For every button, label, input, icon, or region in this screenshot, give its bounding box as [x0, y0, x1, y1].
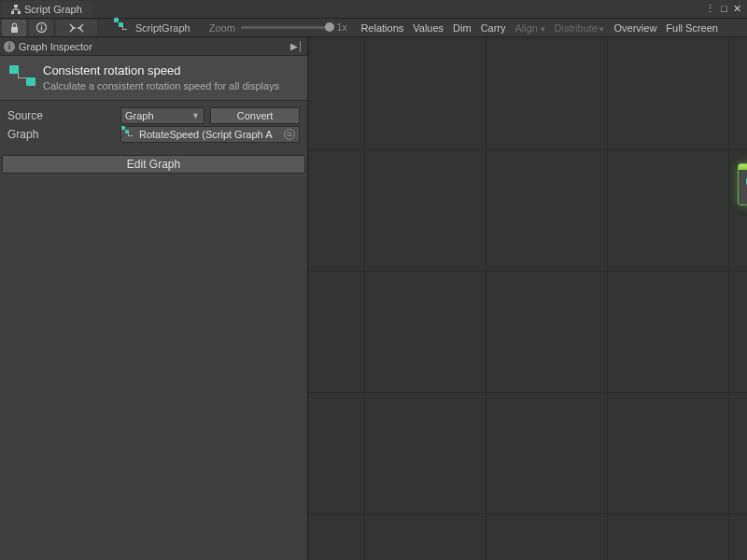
svg-rect-6 [40, 27, 41, 31]
titlebar: Script Graph ⋮ □ ✕ [0, 0, 747, 19]
node-header: Consistent rotation speed Calculate a co… [0, 56, 307, 101]
close-icon[interactable]: ✕ [733, 3, 741, 15]
breadcrumb[interactable]: ScriptGraph [119, 22, 190, 34]
align-dropdown[interactable]: Align [511, 20, 550, 36]
svg-point-5 [40, 24, 42, 26]
convert-button[interactable]: Convert [210, 107, 300, 124]
inspector-header[interactable]: i Graph Inspector ▶│ [0, 37, 307, 56]
lock-button[interactable] [2, 20, 26, 36]
slider-knob[interactable] [325, 22, 334, 32]
collapse-icon[interactable]: ▶│ [290, 41, 303, 51]
fullscreen-button[interactable]: Full Screen [661, 20, 723, 36]
inspector-title: Graph Inspector [19, 41, 92, 52]
subgraph-icon [9, 65, 35, 86]
tab-title: Script Graph [24, 4, 82, 15]
menu-icon[interactable]: ⋮ [705, 3, 715, 15]
graph-canvas[interactable]: Subgraph Consistent rotation speed [308, 37, 747, 560]
variables-button[interactable] [56, 20, 97, 36]
zoom-slider[interactable] [241, 26, 330, 29]
inspector-panel: i Graph Inspector ▶│ Consistent rotation… [0, 37, 308, 560]
node-title: Consistent rotation speed [43, 63, 279, 77]
source-dropdown[interactable]: Graph ▼ [120, 107, 204, 124]
carry-button[interactable]: Carry [476, 20, 511, 36]
object-picker-icon[interactable]: ⊙ [284, 129, 295, 140]
breadcrumb-label: ScriptGraph [135, 22, 190, 34]
dim-button[interactable]: Dim [448, 20, 476, 36]
svg-rect-0 [14, 5, 18, 7]
script-graph-icon [119, 22, 132, 34]
info-button[interactable] [29, 20, 53, 36]
svg-rect-3 [11, 27, 18, 33]
graph-label: Graph [7, 128, 115, 141]
distribute-dropdown[interactable]: Distribute [550, 20, 610, 36]
node-description: Calculate a consistent rotation speed fo… [43, 79, 279, 92]
graph-value: RotateSpeed (Script Graph A [139, 129, 272, 140]
svg-rect-1 [11, 11, 14, 14]
source-value: Graph [125, 110, 154, 121]
script-graph-icon [125, 130, 136, 139]
toolbar: ScriptGraph Zoom 1x Relations Values Dim… [0, 19, 747, 37]
source-label: Source [7, 109, 115, 122]
relations-button[interactable]: Relations [356, 20, 408, 36]
zoom-value: 1x [337, 22, 347, 33]
edit-graph-button[interactable]: Edit Graph [2, 155, 305, 174]
info-icon: i [4, 41, 15, 52]
canvas-grid [308, 37, 747, 560]
values-button[interactable]: Values [408, 20, 448, 36]
hierarchy-icon [11, 5, 21, 14]
window-tab[interactable]: Script Graph [2, 1, 92, 18]
svg-rect-2 [18, 11, 21, 14]
chevron-down-icon: ▼ [191, 111, 200, 120]
graph-object-field[interactable]: RotateSpeed (Script Graph A ⊙ [120, 126, 300, 143]
zoom-label: Zoom [209, 22, 235, 34]
subgraph-node[interactable]: Subgraph Consistent rotation speed [738, 163, 747, 205]
overview-button[interactable]: Overview [610, 20, 662, 36]
maximize-icon[interactable]: □ [721, 3, 727, 15]
